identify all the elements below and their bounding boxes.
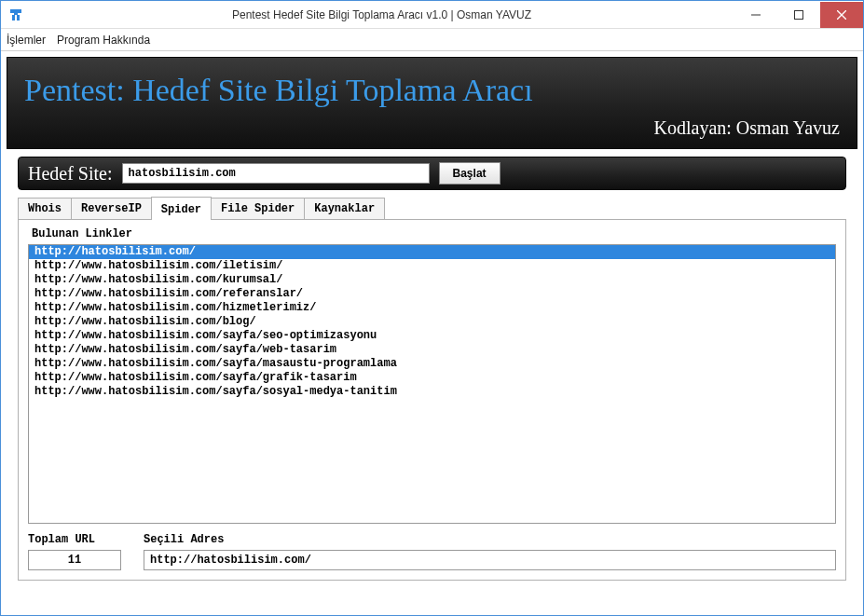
target-input[interactable] <box>122 163 430 184</box>
window-title: Pentest Hedef Site Bilgi Toplama Aracı v… <box>29 8 734 21</box>
tab-spider[interactable]: Spider <box>151 197 212 220</box>
svg-rect-1 <box>12 15 15 21</box>
menu-islemler[interactable]: İşlemler <box>7 34 46 47</box>
menubar: İşlemler Program Hakkında <box>1 29 863 51</box>
start-button[interactable]: Başlat <box>439 162 501 185</box>
list-item[interactable]: http://www.hatosbilisim.com/iletisim/ <box>29 259 835 273</box>
maximize-button[interactable] <box>777 2 820 28</box>
tab-strip: WhoisReverseIPSpiderFile SpiderKaynaklar <box>18 196 846 219</box>
list-item[interactable]: http://www.hatosbilisim.com/referanslar/ <box>29 287 835 301</box>
total-url-value <box>28 550 121 570</box>
list-item[interactable]: http://www.hatosbilisim.com/blog/ <box>29 315 835 329</box>
links-listbox[interactable]: http://hatosbilisim.com/http://www.hatos… <box>28 244 836 524</box>
links-group-label: Bulunan Linkler <box>32 227 836 240</box>
minimize-button[interactable] <box>734 2 777 28</box>
svg-rect-5 <box>795 10 803 19</box>
total-url-label: Toplam URL <box>28 533 121 546</box>
tab-whois[interactable]: Whois <box>18 198 72 219</box>
svg-rect-0 <box>10 9 21 13</box>
svg-rect-3 <box>14 13 18 15</box>
list-item[interactable]: http://hatosbilisim.com/ <box>29 245 835 259</box>
list-item[interactable]: http://www.hatosbilisim.com/hizmetlerimi… <box>29 301 835 315</box>
list-item[interactable]: http://www.hatosbilisim.com/sayfa/grafik… <box>29 371 835 385</box>
close-button[interactable] <box>820 2 863 28</box>
spider-footer: Toplam URL Seçili Adres <box>28 533 836 570</box>
target-label: Hedef Site: <box>28 163 113 185</box>
tab-file-spider[interactable]: File Spider <box>211 198 305 219</box>
banner-title: Pentest: Hedef Site Bilgi Toplama Aracı <box>24 73 840 108</box>
list-item[interactable]: http://www.hatosbilisim.com/sayfa/masaus… <box>29 357 835 371</box>
list-item[interactable]: http://www.hatosbilisim.com/sayfa/sosyal… <box>29 385 835 399</box>
menu-program-hakkinda[interactable]: Program Hakkında <box>57 34 150 47</box>
banner: Pentest: Hedef Site Bilgi Toplama Aracı … <box>7 57 857 149</box>
list-item[interactable]: http://www.hatosbilisim.com/sayfa/seo-op… <box>29 329 835 343</box>
list-item[interactable]: http://www.hatosbilisim.com/sayfa/web-ta… <box>29 343 835 357</box>
titlebar: Pentest Hedef Site Bilgi Toplama Aracı v… <box>1 1 863 29</box>
target-bar: Hedef Site: Başlat <box>18 157 846 190</box>
banner-author: Kodlayan: Osman Yavuz <box>24 117 840 139</box>
selected-address-label: Seçili Adres <box>144 533 836 546</box>
svg-rect-2 <box>17 15 20 21</box>
tab-reverseip[interactable]: ReverseIP <box>71 198 152 219</box>
tab-kaynaklar[interactable]: Kaynaklar <box>304 198 385 219</box>
window-controls <box>734 2 863 28</box>
spider-panel: Bulunan Linkler http://hatosbilisim.com/… <box>18 219 846 581</box>
selected-address-value <box>144 550 836 570</box>
list-item[interactable]: http://www.hatosbilisim.com/kurumsal/ <box>29 273 835 287</box>
app-icon <box>8 7 23 22</box>
